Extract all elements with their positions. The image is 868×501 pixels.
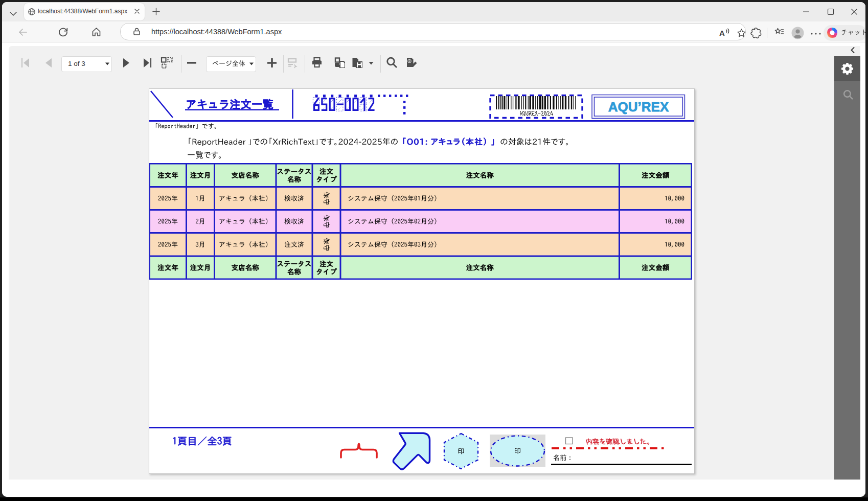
svg-text:A: A (719, 29, 725, 37)
svg-text:AQU’REX: AQU’REX (608, 99, 669, 115)
